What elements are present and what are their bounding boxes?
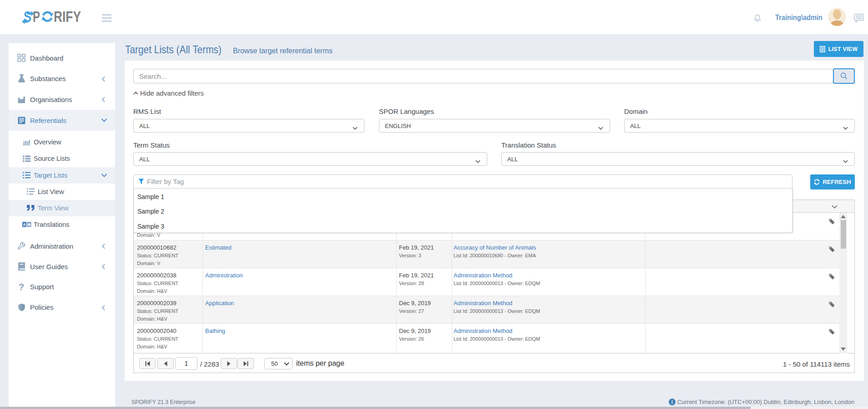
svg-text:A: A [23,222,26,226]
svg-text:P: P [33,9,40,25]
svg-text:RIFY: RIFY [54,9,81,25]
svg-text:★: ★ [27,222,31,226]
